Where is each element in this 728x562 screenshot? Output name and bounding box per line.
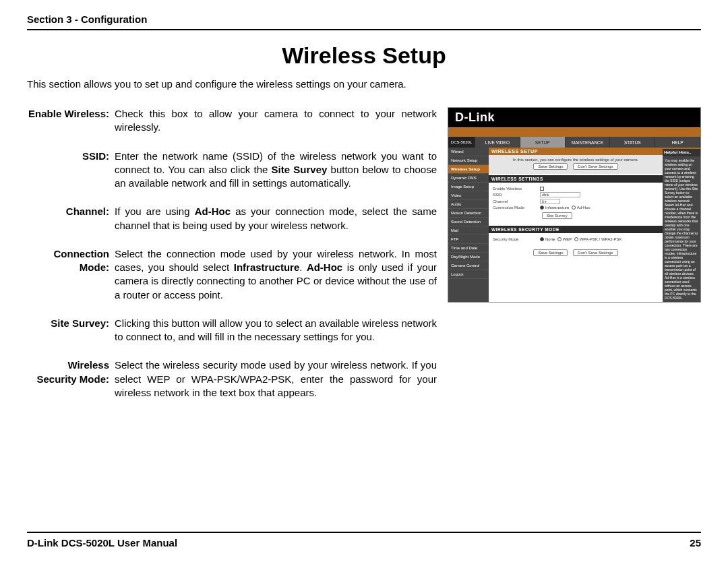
sidebar-item-time[interactable]: Time and Date: [448, 244, 489, 253]
def-security-mode: Wireless Security Mode: Select the wirel…: [27, 358, 437, 400]
def-desc: Select the connection mode used by your …: [115, 247, 437, 302]
dont-save-button-top[interactable]: Don't Save Settings: [573, 163, 618, 170]
sidebar-item-daynight[interactable]: Day/Night Mode: [448, 253, 489, 261]
ssid-input[interactable]: dlink: [540, 192, 580, 197]
bottom-buttons: Save Settings Don't Save Settings: [489, 245, 663, 260]
def-ssid: SSID: Enter the network name (SSID) of t…: [27, 150, 437, 191]
def-term: Wireless Security Mode:: [27, 358, 115, 400]
def-term: Enable Wireless:: [27, 107, 115, 135]
connmode-label: Connection Mode: [493, 206, 540, 210]
hints-title: Helpful Hints..: [663, 148, 700, 156]
model-tab: DCS-5020L: [448, 137, 475, 148]
section-title: WIRELESS SETUP: [489, 148, 663, 155]
sidebar-item-image[interactable]: Image Setup: [448, 183, 489, 191]
sidebar-item-wizard[interactable]: Wizard: [448, 148, 489, 156]
panel-wireless-settings: WIRELESS SETTINGS: [489, 175, 663, 183]
sidebar-item-ddns[interactable]: Dynamic DNS: [448, 174, 489, 183]
def-desc: Clicking this button will allow you to s…: [115, 317, 437, 344]
def-channel: Channel: If you are using Ad-Hoc as your…: [27, 205, 437, 232]
section-desc: In this section, you can configure the w…: [489, 155, 663, 174]
adhoc-radio[interactable]: [572, 206, 576, 210]
sidebar-item-camera-control[interactable]: Camera Control: [448, 261, 489, 270]
definitions-list: Enable Wireless: Check this box to allow…: [27, 107, 437, 414]
page-title: Wireless Setup: [27, 42, 701, 69]
sidebar-item-audio[interactable]: Audio: [448, 200, 489, 209]
brand-logo: D-Link: [448, 108, 700, 127]
def-enable-wireless: Enable Wireless: Check this box to allow…: [27, 107, 437, 135]
sidebar-item-mail[interactable]: Mail: [448, 226, 489, 235]
content-row: Enable Wireless: Check this box to allow…: [27, 107, 701, 414]
sidebar-item-network[interactable]: Network Setup: [448, 156, 489, 165]
wpa-radio[interactable]: [574, 237, 578, 241]
tab-help[interactable]: HELP: [655, 137, 700, 148]
def-desc: Select the wireless security mode used b…: [115, 358, 437, 400]
sidebar-item-motion[interactable]: Motion Detection: [448, 209, 489, 218]
dont-save-button-bottom[interactable]: Don't Save Settings: [573, 249, 618, 256]
def-site-survey: Site Survey: Clicking this button will a…: [27, 317, 437, 344]
def-term: Connection Mode:: [27, 247, 115, 302]
secmode-label: Security Mode: [493, 237, 540, 241]
channel-label: Channel: [493, 199, 540, 204]
intro-text: This section allows you to set up and co…: [27, 78, 701, 90]
ssid-label: SSID: [493, 193, 540, 197]
save-button-top[interactable]: Save Settings: [533, 163, 568, 170]
footer-right: 25: [690, 537, 701, 549]
def-term: Site Survey:: [27, 317, 115, 344]
infra-radio[interactable]: [540, 206, 544, 210]
sidebar-item-ftp[interactable]: FTP: [448, 235, 489, 244]
orange-bar: [448, 127, 700, 137]
hints-panel: Helpful Hints.. You may enable the wirel…: [663, 148, 700, 302]
tab-live-video[interactable]: LIVE VIDEO: [475, 137, 520, 148]
wpa-label: WPA-PSK / WPA2-PSK: [580, 237, 622, 241]
def-connection-mode: Connection Mode: Select the connection m…: [27, 247, 437, 302]
section-header: Section 3 - Configuration: [27, 13, 701, 30]
wep-label: WEP: [563, 237, 572, 241]
none-radio[interactable]: [540, 237, 544, 241]
none-label: None: [545, 237, 555, 241]
channel-select[interactable]: 6 ▾: [540, 199, 560, 204]
top-tabs: DCS-5020L LIVE VIDEO SETUP MAINTENANCE S…: [448, 137, 700, 148]
page-footer: D-Link DCS-5020L User Manual 25: [27, 532, 701, 549]
panel-security-mode: WIRELESS SECURITY MODE: [489, 226, 663, 233]
enable-wireless-checkbox[interactable]: [540, 187, 544, 191]
sidebar-item-wireless[interactable]: Wireless Setup: [448, 165, 489, 174]
hints-body: You may enable the wireless setting on y…: [665, 158, 698, 300]
tab-maintenance[interactable]: MAINTENANCE: [566, 137, 611, 148]
def-desc: Check this box to allow your camera to c…: [115, 107, 437, 135]
def-desc: If you are using Ad-Hoc as your connecti…: [115, 205, 437, 232]
router-ui-screenshot: D-Link DCS-5020L LIVE VIDEO SETUP MAINTE…: [448, 107, 701, 303]
infra-label: Infrastructure: [545, 206, 569, 210]
enable-wireless-label: Enable Wireless: [493, 187, 540, 191]
site-survey-button[interactable]: Site Survey: [542, 212, 572, 219]
footer-left: D-Link DCS-5020L User Manual: [27, 537, 177, 549]
adhoc-label: Ad-Hoc: [577, 206, 590, 210]
sidebar: Wizard Network Setup Wireless Setup Dyna…: [448, 148, 489, 302]
def-desc: Enter the network name (SSID) of the wir…: [115, 150, 437, 191]
wep-radio[interactable]: [557, 237, 562, 241]
sidebar-item-video[interactable]: Video: [448, 191, 489, 200]
main-panel: WIRELESS SETUP In this section, you can …: [489, 148, 663, 302]
sidebar-item-sound[interactable]: Sound Detection: [448, 218, 489, 226]
save-button-bottom[interactable]: Save Settings: [533, 249, 568, 256]
panel-security-body: Security Mode None WEP WPA-PSK / WPA2-PS…: [489, 233, 663, 245]
sidebar-item-logout[interactable]: Logout: [448, 270, 489, 279]
tab-setup[interactable]: SETUP: [520, 137, 566, 148]
section-desc-text: In this section, you can configure the w…: [513, 158, 638, 162]
tab-status[interactable]: STATUS: [610, 137, 655, 148]
panel-wireless-body: Enable Wireless SSIDdlink Channel6 ▾ Con…: [489, 183, 663, 224]
def-term: SSID:: [27, 150, 115, 191]
def-term: Channel:: [27, 205, 115, 232]
